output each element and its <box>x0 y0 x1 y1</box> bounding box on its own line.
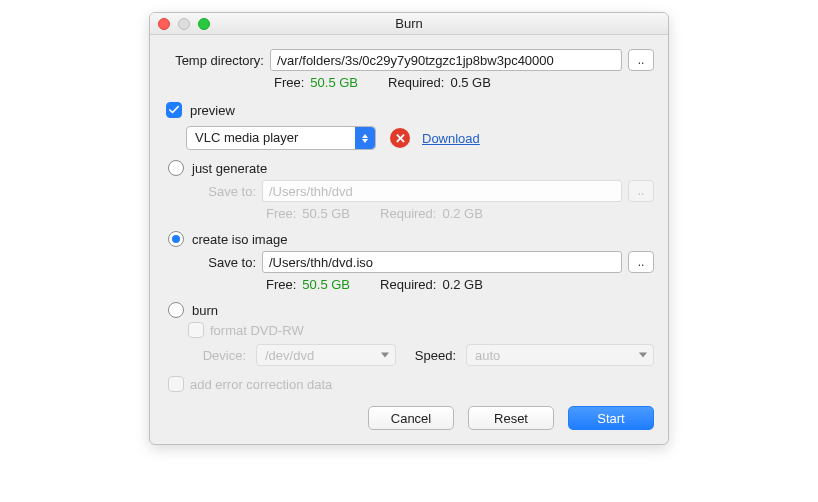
burn-label: burn <box>192 303 218 318</box>
device-value: /dev/dvd <box>265 348 314 363</box>
just-generate-label: just generate <box>192 161 267 176</box>
minimize-icon <box>178 18 190 30</box>
temp-dir-input[interactable] <box>270 49 622 71</box>
chevron-down-icon <box>639 353 647 358</box>
temp-required-value: 0.5 GB <box>450 75 490 90</box>
jg-free-label: Free: <box>266 206 296 221</box>
iso-browse-button[interactable]: .. <box>628 251 654 273</box>
chevron-down-icon <box>381 353 389 358</box>
iso-req-label: Required: <box>380 277 436 292</box>
traffic-lights <box>158 18 210 30</box>
error-correction-checkbox <box>168 376 184 392</box>
create-iso-radio[interactable] <box>168 231 184 247</box>
format-dvdrw-label: format DVD-RW <box>210 323 304 338</box>
iso-req-value: 0.2 GB <box>442 277 482 292</box>
device-label: Device: <box>188 348 246 363</box>
download-link[interactable]: Download <box>422 131 480 146</box>
jg-save-label: Save to: <box>188 184 256 199</box>
cancel-button[interactable]: Cancel <box>368 406 454 430</box>
jg-browse-button: .. <box>628 180 654 202</box>
burn-radio[interactable] <box>168 302 184 318</box>
start-button[interactable]: Start <box>568 406 654 430</box>
jg-path-input <box>262 180 622 202</box>
preview-label: preview <box>190 103 235 118</box>
iso-free-value: 50.5 GB <box>302 277 350 292</box>
zoom-icon[interactable] <box>198 18 210 30</box>
format-dvdrw-checkbox <box>188 322 204 338</box>
preview-checkbox[interactable] <box>166 102 182 118</box>
just-generate-group: Save to: .. Free: 50.5 GB Required: 0.2 … <box>188 180 654 221</box>
speed-select: auto <box>466 344 654 366</box>
temp-dir-label: Temp directory: <box>164 53 264 68</box>
chevron-updown-icon <box>355 127 375 149</box>
temp-free-value: 50.5 GB <box>310 75 358 90</box>
create-iso-label: create iso image <box>192 232 287 247</box>
error-correction-label: add error correction data <box>190 377 332 392</box>
burn-dialog: Burn Temp directory: .. Free: 50.5 GB Re… <box>149 12 669 445</box>
iso-path-input[interactable] <box>262 251 622 273</box>
temp-free-label: Free: <box>274 75 304 90</box>
player-select[interactable]: VLC media player <box>186 126 376 150</box>
iso-save-label: Save to: <box>188 255 256 270</box>
reset-button[interactable]: Reset <box>468 406 554 430</box>
temp-required-label: Required: <box>388 75 444 90</box>
player-value: VLC media player <box>187 127 375 149</box>
just-generate-radio[interactable] <box>168 160 184 176</box>
jg-req-value: 0.2 GB <box>442 206 482 221</box>
device-select: /dev/dvd <box>256 344 396 366</box>
error-icon: ✕ <box>390 128 410 148</box>
close-icon[interactable] <box>158 18 170 30</box>
titlebar: Burn <box>150 13 668 35</box>
temp-dir-browse-button[interactable]: .. <box>628 49 654 71</box>
speed-value: auto <box>475 348 500 363</box>
window-title: Burn <box>150 16 668 31</box>
burn-group: format DVD-RW Device: /dev/dvd Speed: au… <box>188 322 654 366</box>
iso-free-label: Free: <box>266 277 296 292</box>
jg-free-value: 50.5 GB <box>302 206 350 221</box>
create-iso-group: Save to: .. Free: 50.5 GB Required: 0.2 … <box>188 251 654 292</box>
speed-label: Speed: <box>406 348 456 363</box>
jg-req-label: Required: <box>380 206 436 221</box>
